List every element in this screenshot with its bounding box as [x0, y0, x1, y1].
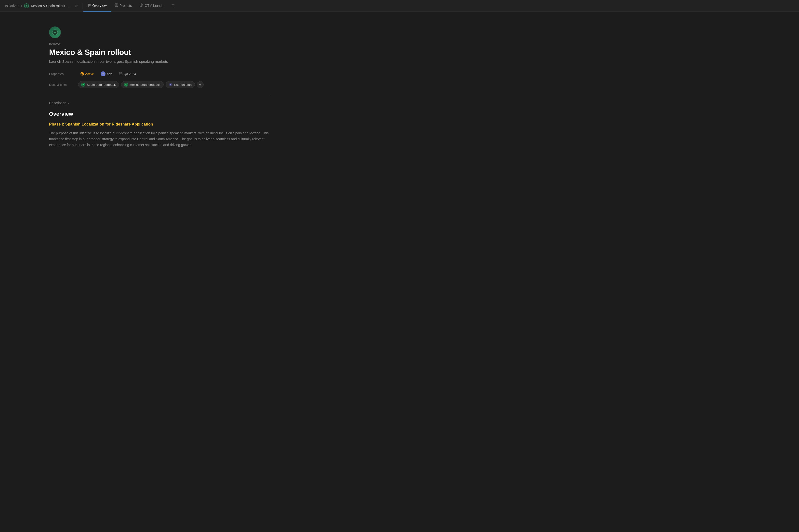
spain-doc-icon [81, 83, 85, 87]
initiative-icon [49, 26, 61, 38]
add-doc-button[interactable]: + [197, 81, 204, 88]
status-badge[interactable]: Active [78, 71, 96, 77]
launch-doc-label: Launch plan [174, 83, 192, 87]
docs-label: Docs & links [49, 83, 76, 87]
extra-tab-icon [171, 3, 175, 7]
breadcrumb: Initiatives › Mexico & Spain rollout ···… [5, 3, 78, 8]
launch-doc-icon [169, 83, 173, 87]
tab-gtm-launch[interactable]: GTM launch [136, 0, 167, 12]
description-label: Description [49, 101, 66, 105]
overview-tab-icon [87, 3, 91, 7]
tab-projects-label: Projects [120, 4, 132, 7]
star-button[interactable]: ☆ [74, 3, 78, 8]
mexico-doc-label: Mexico beta feedback [130, 83, 161, 87]
nav-tabs: Overview Projects GTM la [84, 0, 178, 12]
tab-projects[interactable]: Projects [111, 0, 136, 12]
docs-row: Docs & links Spain beta feedback [49, 81, 270, 88]
owner-avatar [101, 71, 106, 76]
breadcrumb-initiatives-link[interactable]: Initiatives [5, 4, 19, 8]
description-chevron-icon[interactable]: ▾ [68, 102, 69, 104]
quarter-badge[interactable]: Q3 2024 [116, 71, 139, 77]
properties-row: Properties Active nan [49, 70, 270, 77]
status-dot-icon [80, 72, 84, 76]
description-body: The purpose of this initiative is to loc… [49, 130, 270, 148]
tab-overview[interactable]: Overview [84, 0, 110, 12]
overview-title: Overview [49, 111, 270, 117]
owner-badge[interactable]: nan [98, 70, 114, 77]
main-content: Initiative Mexico & Spain rollout Launch… [0, 12, 270, 532]
initiative-nav-icon [24, 3, 29, 8]
owner-label: nan [107, 72, 112, 76]
initiative-label: Initiative [49, 42, 270, 46]
initiative-subtitle: Launch Spanish localization in our two l… [49, 59, 270, 63]
doc-link-launch[interactable]: Launch plan [166, 81, 195, 88]
calendar-icon [119, 72, 123, 76]
app-container: Initiatives › Mexico & Spain rollout ···… [0, 0, 799, 532]
doc-link-spain[interactable]: Spain beta feedback [78, 81, 119, 88]
svg-rect-1 [88, 4, 89, 7]
projects-tab-icon [114, 3, 118, 7]
svg-point-11 [126, 84, 127, 85]
description-header: Description ▾ [49, 101, 270, 105]
breadcrumb-more-button[interactable]: ··· [67, 3, 72, 8]
breadcrumb-chevron-icon: › [21, 4, 22, 7]
tab-overview-label: Overview [92, 4, 107, 7]
mexico-doc-icon [124, 83, 128, 87]
quarter-label: Q3 2024 [124, 72, 136, 76]
nav-divider [82, 3, 83, 9]
tab-gtm-label: GTM launch [145, 4, 163, 7]
doc-link-mexico[interactable]: Mexico beta feedback [121, 81, 164, 88]
initiative-title: Mexico & Spain rollout [49, 48, 270, 57]
properties-label: Properties [49, 72, 76, 76]
breadcrumb-page-title: Mexico & Spain rollout [31, 4, 65, 8]
svg-rect-2 [89, 4, 91, 6]
svg-rect-7 [119, 72, 122, 75]
spain-doc-label: Spain beta feedback [87, 83, 116, 87]
status-label: Active [85, 72, 94, 76]
phase-title: Phase I: Spanish Localization for Ridesh… [49, 122, 270, 127]
svg-rect-3 [115, 4, 118, 7]
top-nav: Initiatives › Mexico & Spain rollout ···… [0, 0, 799, 12]
gtm-tab-icon [140, 3, 143, 7]
tab-extra[interactable] [167, 0, 179, 12]
